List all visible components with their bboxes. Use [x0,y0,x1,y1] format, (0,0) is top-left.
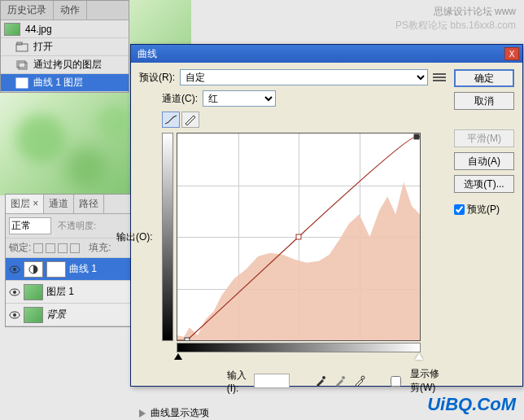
history-tabs: 历史记录 动作 [1,1,129,20]
curve-grid[interactable] [177,133,421,341]
visibility-icon[interactable] [9,309,20,321]
history-item[interactable]: 通过拷贝的图层 [1,56,129,74]
curve-line[interactable] [177,133,420,340]
tab-channels[interactable]: 通道 [44,195,74,213]
history-item-label: 通过拷贝的图层 [33,58,102,72]
svg-rect-13 [296,234,301,239]
adjustment-thumb [24,261,43,278]
lock-label: 锁定: [9,241,31,255]
history-item[interactable]: 打开 [1,38,129,56]
output-axis-label: 输出(O): [116,230,153,244]
watermark: 思缘设计论坛 www PS教程论坛 bbs.16xx8.com [395,5,516,33]
lock-position-icon[interactable] [58,243,68,253]
curve-display-options-toggle[interactable]: 曲线显示选项 [139,406,446,420]
preset-label: 预设(R): [139,71,175,85]
dialog-titlebar[interactable]: 曲线 X [131,45,522,63]
layer-thumb [24,284,43,300]
channel-select[interactable]: 红 [203,90,276,107]
lock-all-icon[interactable] [70,243,80,253]
curves-layer-icon [15,77,28,89]
file-name: 44.jpg [25,24,52,35]
input-value-field[interactable] [254,374,290,388]
eyedropper-black-icon[interactable] [312,374,329,388]
layers-panel: 图层 × 通道 路径 正常 不透明度: 锁定: 填充: 曲线 1 图层 1 背景 [5,194,131,327]
close-button[interactable]: X [504,47,519,60]
open-icon [15,42,28,53]
history-indicator-icon: ▸ [4,77,15,89]
history-panel: 历史记录 动作 44.jpg 打开 通过拷贝的图层 ▸ 曲线 1 图层 [0,0,129,93]
svg-point-16 [342,376,345,379]
layer-thumb [24,307,43,323]
curve-point-tool[interactable] [162,112,180,128]
layer-name: 背景 [46,308,66,322]
curves-dialog: 曲线 X 预设(R): 自定 通道(C): 红 输出(O): [130,44,523,387]
eyedropper-white-icon[interactable] [352,374,368,388]
visibility-icon[interactable] [9,287,20,298]
channel-label: 通道(C): [162,92,198,106]
show-clipping-checkbox[interactable]: 显示修剪(W) [384,367,446,395]
svg-point-6 [13,268,16,271]
eyedropper-gray-icon[interactable] [332,374,348,388]
svg-rect-4 [16,78,28,88]
tab-actions[interactable]: 动作 [54,1,87,20]
mask-thumb [46,261,66,278]
svg-rect-12 [185,338,190,340]
history-file-row[interactable]: 44.jpg [1,20,129,38]
auto-button[interactable]: 自动(A) [454,152,514,170]
expand-arrow-icon [139,409,146,418]
opacity-label: 不透明度: [58,220,96,232]
tab-layers[interactable]: 图层 × [6,195,44,213]
preset-select[interactable]: 自定 [180,69,428,85]
input-axis-label: 输入(I): [227,369,248,394]
dialog-title: 曲线 [134,47,157,61]
history-item-label: 曲线 1 图层 [33,76,83,90]
svg-rect-14 [414,134,419,139]
layer-name: 图层 1 [46,285,74,299]
layer-copy-icon [15,59,28,71]
lock-pixels-icon[interactable] [46,243,55,253]
svg-point-15 [322,376,325,379]
white-point-slider[interactable] [415,353,423,360]
preview-checkbox[interactable]: 预览(P) [454,203,514,217]
tab-paths[interactable]: 路径 [74,195,104,213]
curve-pencil-tool[interactable] [181,112,199,128]
tab-history[interactable]: 历史记录 [1,1,54,20]
smooth-button: 平滑(M) [454,129,514,147]
svg-point-9 [13,291,16,294]
history-item-label: 打开 [33,40,53,54]
file-thumb [4,23,20,36]
preset-menu-icon[interactable] [433,72,446,83]
uibq-watermark: UiBQ.CoM [427,394,516,415]
layer-item-background[interactable]: 背景 [6,304,130,326]
layer-item-curves[interactable]: 曲线 1 [6,258,130,281]
history-item[interactable]: ▸ 曲线 1 图层 [1,74,129,92]
cancel-button[interactable]: 取消 [454,92,514,110]
black-point-slider[interactable] [174,353,182,360]
ok-button[interactable]: 确定 [454,69,514,87]
lock-transparency-icon[interactable] [33,243,43,253]
output-ramp [162,133,173,341]
input-ramp[interactable] [177,343,421,352]
svg-point-11 [13,313,16,317]
layer-item[interactable]: 图层 1 [6,281,130,304]
options-button[interactable]: 选项(T)... [454,175,514,193]
visibility-icon[interactable] [9,264,20,275]
layer-name: 曲线 1 [69,262,97,276]
blend-mode-select[interactable]: 正常 [9,217,51,234]
fill-label: 填充: [89,241,111,255]
svg-point-17 [361,376,365,379]
